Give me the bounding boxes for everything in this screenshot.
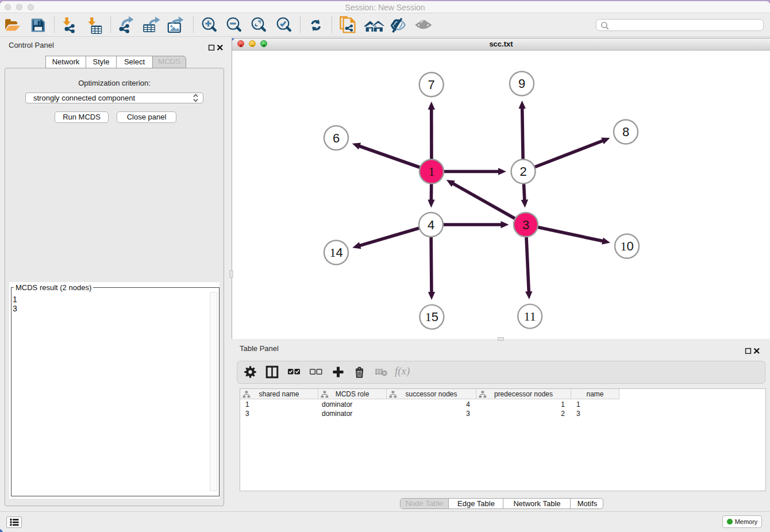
svg-text:1: 1 — [429, 164, 435, 179]
svg-text:3: 3 — [522, 218, 529, 232]
svg-text:7: 7 — [428, 78, 435, 92]
svg-text:15: 15 — [425, 310, 438, 324]
svg-text:6: 6 — [333, 131, 340, 145]
svg-text:8: 8 — [622, 125, 629, 139]
svg-text:4: 4 — [428, 218, 434, 232]
svg-text:2: 2 — [519, 164, 526, 179]
svg-text:9: 9 — [518, 76, 525, 91]
svg-text:10: 10 — [620, 239, 633, 253]
svg-text:11: 11 — [524, 309, 536, 323]
svg-text:14: 14 — [329, 245, 342, 260]
